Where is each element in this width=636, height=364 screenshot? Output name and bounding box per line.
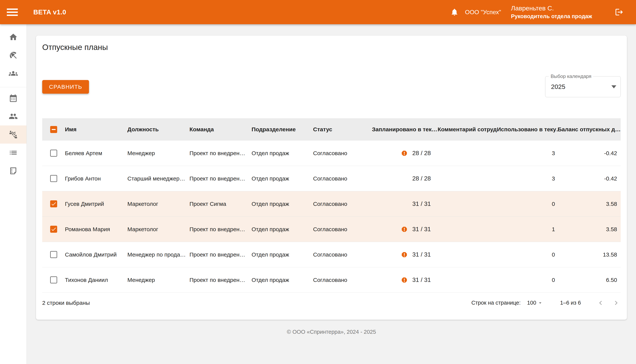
chevron-left-icon	[596, 299, 605, 307]
app-version-title: BETA v1.0	[33, 8, 66, 16]
table-row: Романова МарияМаркетологПроект по внедре…	[42, 216, 621, 242]
table-row: Самойлов ДмитрийМенеджер по прода…Проект…	[42, 242, 621, 267]
cell-name: Беляев Артем	[65, 150, 127, 156]
column-header-6: Комментарий сотруд…	[438, 126, 497, 132]
cell-status: Согласовано	[313, 150, 372, 156]
cell-status: Согласовано	[313, 252, 372, 258]
planned-value: 31 / 31	[412, 276, 431, 284]
warning-icon	[401, 150, 408, 157]
next-page-button[interactable]	[611, 298, 621, 308]
row-checkbox[interactable]	[50, 276, 57, 284]
sidebar-item-home[interactable]	[0, 28, 27, 46]
planned-value: 31 / 31	[412, 226, 431, 233]
cell-name: Романова Мария	[65, 226, 127, 232]
row-checkbox[interactable]	[50, 175, 57, 182]
row-checkbox[interactable]	[50, 150, 57, 157]
cell-status: Согласовано	[313, 226, 372, 232]
table-row: Тихонов ДаниилМенеджерПроект по внедрен……	[42, 267, 621, 293]
row-checkbox-cell	[42, 200, 65, 207]
cell-team: Проект по внедрен…	[190, 252, 252, 258]
sidebar-item-employees[interactable]	[0, 107, 27, 126]
planned-value: 28 / 28	[412, 175, 431, 182]
vacation-plans-card: Отпускные планы СРАВНИТЬ Выбор календаря…	[36, 36, 627, 320]
warning-icon	[401, 251, 408, 258]
sidebar-item-list[interactable]	[0, 144, 27, 162]
table-row: Гусев ДмитрийМаркетологПроект СигмаОтдел…	[42, 191, 621, 216]
cell-department: Отдел продаж	[252, 176, 313, 182]
home-icon	[9, 32, 18, 42]
column-header-0: Имя	[65, 126, 127, 132]
cell-department: Отдел продаж	[252, 277, 313, 283]
column-header-1: Должность	[127, 126, 190, 132]
row-checkbox[interactable]	[50, 200, 57, 207]
cell-position: Менеджер	[127, 277, 190, 283]
app-bar: BETA v1.0 ООО "Успех" Лавреньтев С. Руко…	[0, 0, 636, 24]
cell-planned: 28 / 28	[372, 150, 438, 157]
copyright: © ООО «Спринтерра», 2024 - 2025	[36, 329, 627, 335]
warning-icon	[401, 226, 408, 233]
check-icon	[51, 226, 57, 232]
cell-used: 1	[497, 226, 558, 232]
cell-department: Отдел продаж	[252, 252, 313, 258]
main-content: Отпускные планы СРАВНИТЬ Выбор календаря…	[27, 24, 636, 364]
table-header-row: ИмяДолжностьКомандаПодразделениеСтатусЗа…	[42, 118, 621, 140]
cell-planned: 31 / 31	[372, 200, 438, 207]
cell-team: Проект по внедрен…	[190, 150, 252, 156]
pagination-range: 1–6 из 6	[560, 300, 581, 306]
warning-icon	[401, 276, 408, 284]
sidebar	[0, 24, 27, 364]
planned-value: 31 / 31	[412, 251, 431, 258]
cell-used: 3	[497, 150, 558, 156]
cell-used: 0	[497, 277, 558, 283]
notifications-bell-icon[interactable]	[450, 8, 459, 16]
logout-icon[interactable]	[615, 8, 623, 16]
table-row: Беляев АртемМенеджерПроект по внедрен…От…	[42, 140, 621, 166]
list-icon	[9, 148, 18, 157]
cell-position: Маркетолог	[127, 226, 190, 232]
column-header-7: Использовано в теку…	[497, 126, 558, 132]
user-role: Руководитель отдела продаж	[511, 13, 592, 20]
cell-name: Грибов Антон	[65, 176, 127, 182]
cell-position: Менеджер	[127, 150, 190, 156]
row-checkbox[interactable]	[50, 226, 57, 233]
calendar-select[interactable]: Выбор календаря 2025	[545, 76, 621, 97]
sidebar-item-vacations[interactable]	[0, 46, 27, 64]
sidebar-item-vacation-plans[interactable]	[0, 126, 27, 144]
cell-balance: 13.58	[558, 252, 621, 258]
cell-planned: 31 / 31	[372, 226, 438, 233]
chevron-right-icon	[612, 299, 620, 307]
cell-team: Проект по внедрен…	[190, 226, 252, 232]
cell-planned: 31 / 31	[372, 276, 438, 284]
cell-team: Проект Сигма	[190, 201, 252, 207]
row-checkbox[interactable]	[50, 251, 57, 258]
cell-position: Маркетолог	[127, 201, 190, 207]
planned-value: 31 / 31	[412, 200, 431, 207]
user-name: Лавреньтев С.	[511, 4, 592, 13]
rows-per-page-select[interactable]: 100	[527, 300, 543, 306]
cell-department: Отдел продаж	[252, 201, 313, 207]
beach-umbrella-icon	[9, 51, 18, 60]
cell-name: Гусев Дмитрий	[65, 201, 127, 207]
indeterminate-mark	[52, 129, 56, 130]
sidebar-item-documents[interactable]	[0, 162, 27, 180]
company-name: ООО "Успех"	[465, 9, 501, 16]
table-row: Грибов АнтонСтарший менеджер…Проект по в…	[42, 166, 621, 191]
sidebar-item-calendar[interactable]	[0, 89, 27, 107]
row-checkbox-cell	[42, 276, 65, 284]
table-pagination: 2 строки выбраны Строк на странице: 100 …	[42, 293, 621, 313]
cell-balance: -0.42	[558, 150, 621, 156]
cell-status: Согласовано	[313, 201, 372, 207]
cell-department: Отдел продаж	[252, 150, 313, 156]
cell-team: Проект по внедрен…	[190, 277, 252, 283]
select-all-checkbox[interactable]	[50, 126, 57, 133]
calendar-select-value: 2025	[551, 83, 565, 90]
people-icon	[9, 112, 18, 121]
column-header-2: Команда	[190, 126, 252, 132]
compare-button[interactable]: СРАВНИТЬ	[42, 80, 89, 94]
row-checkbox-cell	[42, 251, 65, 258]
menu-icon[interactable]	[7, 8, 18, 16]
cell-status: Согласовано	[313, 277, 372, 283]
sidebar-item-teams[interactable]	[0, 64, 27, 82]
previous-page-button[interactable]	[596, 298, 605, 308]
cell-balance: -0.42	[558, 176, 621, 182]
